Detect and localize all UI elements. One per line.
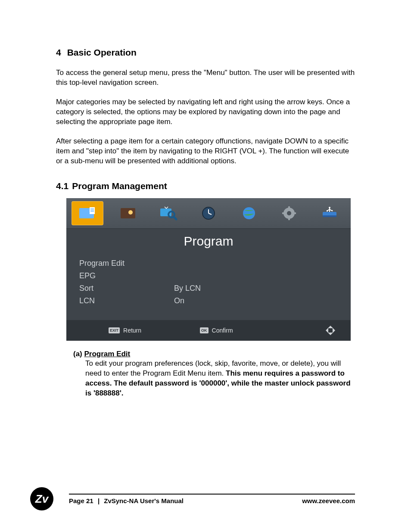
paragraph-3: After selecting a page item for a certai…: [56, 137, 355, 166]
tab-search[interactable]: [152, 201, 184, 225]
svg-rect-1: [90, 207, 95, 214]
tab-program[interactable]: [72, 201, 103, 225]
svg-point-25: [332, 210, 333, 211]
svg-rect-5: [121, 208, 135, 218]
screen-footer: EXIT Return OK Confirm: [66, 320, 351, 341]
row-value: On: [174, 296, 184, 305]
usb-icon: [320, 206, 339, 221]
ok-label: Confirm: [212, 327, 233, 334]
svg-rect-20: [293, 212, 296, 214]
search-icon: [159, 206, 177, 221]
subsection-title: Program Management: [72, 181, 167, 191]
svg-rect-22: [323, 215, 336, 217]
svg-point-14: [243, 207, 255, 219]
exit-label: Return: [123, 327, 141, 334]
section-number: 4: [56, 47, 61, 57]
tab-usb[interactable]: [314, 201, 346, 225]
footer-line: Page 21 | ZvSync-NA User's Manual www.ze…: [69, 494, 355, 504]
section-heading: 4Basic Operation: [56, 47, 355, 58]
footer-separator: |: [98, 497, 100, 504]
svg-rect-24: [327, 210, 328, 212]
page-footer: Zv Page 21 | ZvSync-NA User's Manual www…: [0, 487, 411, 510]
svg-rect-18: [288, 218, 290, 220]
row-value: By LCN: [174, 284, 201, 293]
globe-icon: [242, 206, 256, 221]
ok-badge: OK: [200, 327, 209, 333]
menu-row-program-edit[interactable]: Program Edit: [79, 257, 338, 270]
gear-icon: [282, 206, 296, 221]
screen-title: Program: [66, 228, 351, 256]
row-label: Sort: [79, 284, 174, 293]
svg-rect-19: [282, 212, 285, 214]
svg-rect-3: [90, 210, 94, 211]
svg-rect-17: [288, 206, 290, 209]
tab-settings[interactable]: [274, 201, 305, 225]
row-label: EPG: [79, 271, 174, 280]
svg-point-23: [329, 207, 330, 208]
zv-logo-icon: Zv: [30, 487, 53, 510]
subitem-a: (a) Program Edit To edit your program pr…: [73, 349, 355, 399]
picture-icon: [119, 206, 137, 220]
paragraph-2: Major categories may be selected by navi…: [56, 97, 355, 127]
tab-time[interactable]: [193, 201, 224, 225]
row-label: LCN: [79, 296, 174, 305]
manual-title: ZvSync-NA User's Manual: [104, 497, 184, 504]
page-number: Page 21: [69, 497, 93, 504]
device-screenshot: Program Program Edit EPG Sort By LCN LCN…: [66, 198, 351, 341]
tab-network[interactable]: [233, 201, 265, 225]
svg-rect-4: [90, 211, 94, 212]
svg-point-6: [128, 210, 133, 215]
menu-row-sort[interactable]: Sort By LCN: [79, 282, 338, 295]
category-tabs: [66, 198, 351, 228]
svg-rect-2: [90, 208, 94, 209]
svg-line-9: [174, 217, 176, 219]
clock-icon: [201, 206, 216, 221]
exit-badge: EXIT: [109, 327, 120, 333]
program-icon: [78, 206, 97, 220]
subsection-number: 4.1: [56, 181, 68, 191]
svg-point-16: [287, 211, 291, 215]
menu-body: Program Edit EPG Sort By LCN LCN On: [66, 256, 351, 320]
subsection-heading: 4.1Program Management: [56, 181, 355, 191]
tab-picture[interactable]: [112, 201, 144, 225]
section-title: Basic Operation: [67, 47, 137, 57]
footer-url: www.zeevee.com: [302, 497, 355, 504]
manual-page: 4Basic Operation To access the general s…: [0, 0, 411, 532]
menu-row-epg[interactable]: EPG: [79, 270, 338, 282]
nav-arrows-icon: [323, 323, 338, 338]
row-label: Program Edit: [79, 259, 174, 268]
subitem-marker: (a): [73, 350, 82, 358]
subitem-title: Program Edit: [84, 350, 131, 358]
menu-row-lcn[interactable]: LCN On: [79, 295, 338, 307]
paragraph-1: To access the general setup menu, press …: [56, 68, 355, 88]
